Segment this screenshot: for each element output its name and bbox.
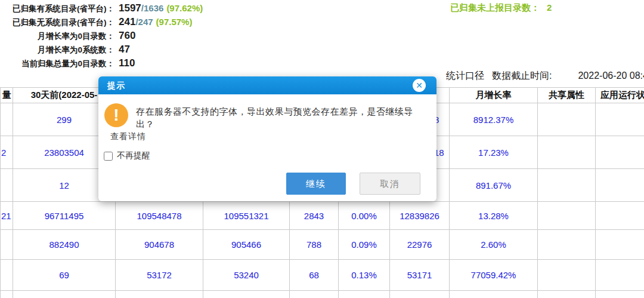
close-icon[interactable]: ✕ bbox=[413, 79, 426, 92]
table-cell[interactable]: 53172 bbox=[116, 260, 203, 291]
table-row: 219671149510954847810955132128430.00%128… bbox=[1, 202, 644, 230]
table-cell[interactable]: 0.09% bbox=[339, 230, 390, 260]
table-cell bbox=[339, 291, 390, 298]
stat-percent: (97.57%) bbox=[156, 17, 193, 27]
table-cell bbox=[1, 103, 13, 136]
column-header: 月增长率 bbox=[450, 88, 538, 103]
stat-value: 1597/1636(97.62%) bbox=[119, 1, 203, 15]
summary-stats: 已归集有系统目录(省平台)：1597/1636(97.62%)已归集无系统目录(… bbox=[0, 1, 203, 70]
table-cell[interactable]: 882490 bbox=[13, 230, 116, 260]
table-cell[interactable]: 2.60% bbox=[450, 230, 538, 260]
table-cell bbox=[538, 136, 596, 169]
table-cell[interactable]: 8912.37% bbox=[450, 103, 538, 136]
table-cell[interactable]: 17.23% bbox=[450, 136, 538, 169]
stat-percent: (97.62%) bbox=[166, 3, 203, 13]
table-cell[interactable]: 69 bbox=[13, 260, 116, 291]
stat-value: 760 bbox=[119, 29, 135, 42]
table-cell bbox=[1, 169, 13, 202]
table-cell[interactable]: 12839826 bbox=[390, 202, 450, 230]
cutoff-label: 数据截止时间: bbox=[492, 70, 552, 81]
table-cell bbox=[1, 291, 13, 298]
stat-row: 月增长率为0系统数：47 bbox=[0, 42, 203, 56]
stat-denominator: /1636 bbox=[141, 3, 164, 13]
meta-line: 统计口径数据截止时间:2022-06-20 08:4 bbox=[446, 70, 644, 82]
continue-button[interactable]: 继续 bbox=[286, 173, 346, 195]
table-cell bbox=[538, 291, 596, 298]
stat-denominator: /247 bbox=[135, 17, 153, 27]
stat-row: 已归集无系统目录(省平台)：241/247(97.57%) bbox=[0, 15, 203, 29]
table-row bbox=[1, 291, 644, 298]
table-cell[interactable]: 0.13% bbox=[339, 260, 390, 291]
table-cell[interactable]: 905466 bbox=[203, 230, 290, 260]
stat-label: 月增长率为0系统数： bbox=[0, 43, 114, 57]
export-warning-dialog: 提示 ✕ ! 存在服务器不支持的字体，导出效果与预览会存在差异，是否继续导出？ … bbox=[98, 76, 436, 201]
table-cell bbox=[596, 169, 644, 202]
app-screen: 已归集有系统目录(省平台)：1597/1636(97.62%)已归集无系统目录(… bbox=[0, 0, 644, 298]
unreported-stat: 已归集未上报目录数：2 bbox=[450, 2, 552, 14]
dialog-message: 存在服务器不支持的字体，导出效果与预览会存在差异，是否继续导出？ bbox=[136, 105, 416, 130]
table-cell[interactable]: 2 bbox=[1, 136, 13, 169]
cutoff-timestamp: 2022-06-20 08:4 bbox=[578, 70, 644, 81]
table-cell bbox=[538, 169, 596, 202]
cancel-button[interactable]: 取消 bbox=[360, 173, 420, 195]
table-cell[interactable]: 68 bbox=[290, 260, 339, 291]
stat-label: 月增长率为0目录数： bbox=[0, 29, 114, 43]
table-cell[interactable]: 96711495 bbox=[13, 202, 116, 230]
table-cell[interactable]: 53240 bbox=[203, 260, 290, 291]
unreported-label: 已归集未上报目录数： bbox=[450, 2, 540, 13]
column-header: 量 bbox=[1, 88, 13, 103]
table-cell[interactable]: 2843 bbox=[290, 202, 339, 230]
table-cell[interactable]: 13.28% bbox=[450, 202, 538, 230]
stat-label: 当前归集总量为0目录数： bbox=[0, 57, 114, 70]
dont-remind-label[interactable]: 不再提醒 bbox=[117, 150, 150, 161]
column-header: 共享属性 bbox=[538, 88, 596, 103]
table-cell bbox=[538, 202, 596, 230]
stat-row: 已归集有系统目录(省平台)：1597/1636(97.62%) bbox=[0, 1, 203, 15]
stat-row: 当前归集总量为0目录数：110 bbox=[0, 56, 203, 70]
caliber-label: 统计口径 bbox=[446, 70, 484, 81]
table-cell bbox=[596, 230, 644, 260]
table-cell bbox=[1, 230, 13, 260]
table-cell[interactable]: 109548478 bbox=[116, 202, 203, 230]
dont-remind-row: 不再提醒 bbox=[104, 150, 150, 161]
table-cell bbox=[596, 136, 644, 169]
table-cell bbox=[116, 291, 203, 298]
table-cell[interactable]: 53171 bbox=[390, 260, 450, 291]
stat-label: 已归集无系统目录(省平台)： bbox=[0, 16, 114, 29]
unreported-value: 2 bbox=[547, 2, 552, 13]
table-cell bbox=[596, 260, 644, 291]
table-row: 695317253240680.13%5317177059.42% bbox=[1, 260, 644, 291]
table-cell[interactable]: 109551321 bbox=[203, 202, 290, 230]
table-cell bbox=[290, 291, 339, 298]
stat-label: 已归集有系统目录(省平台)： bbox=[0, 2, 114, 16]
column-header: 应用运行状态 bbox=[596, 88, 644, 103]
table-cell bbox=[390, 291, 450, 298]
table-cell[interactable]: 22976 bbox=[390, 230, 450, 260]
table-cell bbox=[538, 230, 596, 260]
dialog-titlebar: 提示 ✕ bbox=[98, 76, 436, 94]
table-cell bbox=[596, 103, 644, 136]
table-cell bbox=[538, 103, 596, 136]
warning-icon: ! bbox=[104, 103, 128, 127]
stat-row: 月增长率为0目录数：760 bbox=[0, 29, 203, 42]
stat-value: 241/247(97.57%) bbox=[119, 15, 192, 29]
stat-value: 47 bbox=[119, 42, 130, 56]
table-cell bbox=[596, 202, 644, 230]
table-cell[interactable]: 0.00% bbox=[339, 202, 390, 230]
stat-value: 110 bbox=[119, 56, 135, 70]
table-cell bbox=[1, 260, 13, 291]
table-cell[interactable]: 891.67% bbox=[450, 169, 538, 202]
table-cell bbox=[450, 291, 538, 298]
dont-remind-checkbox[interactable] bbox=[104, 152, 113, 161]
table-cell[interactable]: 904678 bbox=[116, 230, 203, 260]
table-cell[interactable]: 21 bbox=[1, 202, 13, 230]
view-details-link[interactable]: 查看详情 bbox=[110, 131, 146, 142]
table-cell[interactable]: 788 bbox=[290, 230, 339, 260]
table-cell bbox=[13, 291, 116, 298]
table-row: 8824909046789054667880.09%229762.60% bbox=[1, 230, 644, 260]
table-cell bbox=[596, 291, 644, 298]
table-cell[interactable]: 77059.42% bbox=[450, 260, 538, 291]
table-cell bbox=[538, 260, 596, 291]
dialog-title: 提示 bbox=[107, 76, 125, 94]
table-cell bbox=[203, 291, 290, 298]
